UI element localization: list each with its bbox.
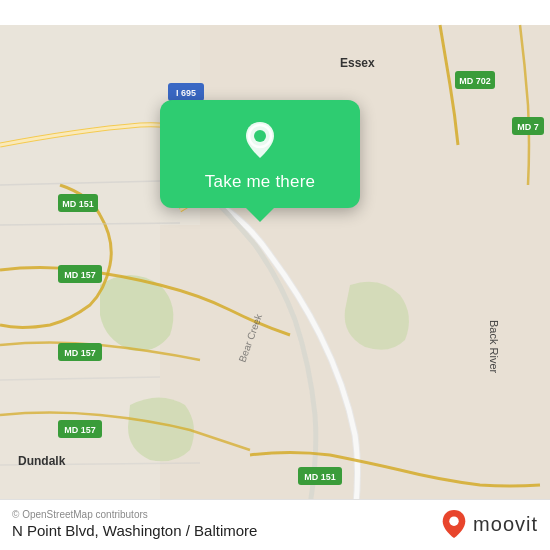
- moovit-text: moovit: [473, 513, 538, 536]
- svg-text:Dundalk: Dundalk: [18, 454, 66, 468]
- location-pin-icon: [238, 118, 282, 162]
- svg-text:Back River: Back River: [488, 320, 500, 374]
- svg-text:MD 7: MD 7: [517, 122, 539, 132]
- map-container: Bear Creek Essex Dundalk Back River I 69…: [0, 0, 550, 550]
- svg-text:MD 157: MD 157: [64, 425, 96, 435]
- location-name: N Point Blvd, Washington / Baltimore: [12, 522, 257, 539]
- svg-text:MD 702: MD 702: [459, 76, 491, 86]
- moovit-pin-icon: [440, 508, 468, 540]
- svg-text:I 695: I 695: [176, 88, 196, 98]
- svg-point-33: [449, 516, 458, 525]
- attribution-text: © OpenStreetMap contributors: [12, 509, 257, 520]
- bottom-bar-left: © OpenStreetMap contributors N Point Blv…: [12, 509, 257, 539]
- location-popup[interactable]: Take me there: [160, 100, 360, 208]
- svg-point-31: [254, 130, 266, 142]
- svg-text:MD 157: MD 157: [64, 348, 96, 358]
- svg-text:MD 151: MD 151: [304, 472, 336, 482]
- moovit-logo: moovit: [440, 508, 538, 540]
- svg-text:MD 157: MD 157: [64, 270, 96, 280]
- bottom-bar: © OpenStreetMap contributors N Point Blv…: [0, 499, 550, 550]
- svg-text:MD 151: MD 151: [62, 199, 94, 209]
- svg-text:Essex: Essex: [340, 56, 375, 70]
- popup-label: Take me there: [205, 172, 315, 192]
